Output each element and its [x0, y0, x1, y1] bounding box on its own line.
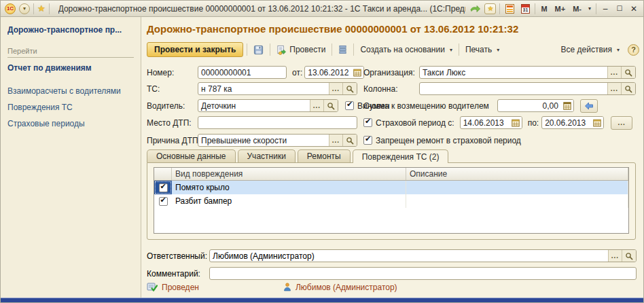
accident-reason-field[interactable]: Превышение скорости ... [198, 134, 357, 147]
create-based-on-button[interactable]: Создать на основании▾ [357, 43, 455, 56]
divider [353, 43, 354, 56]
responsible-field[interactable]: Любимов (Администратор) ... [209, 249, 637, 262]
memory-m-minus-button[interactable]: M- [571, 5, 584, 13]
comment-field[interactable] [209, 267, 637, 280]
favorites-star-icon[interactable]: ★ [37, 3, 46, 14]
movements-report-button[interactable] [336, 43, 350, 56]
accident-reason-label: Причина ДТП: [147, 136, 198, 145]
driver-compensation-field[interactable]: 0,00 [497, 99, 574, 112]
table-empty-area[interactable] [154, 208, 628, 233]
help-button[interactable]: ? [628, 44, 639, 56]
guilty-checkbox[interactable] [345, 101, 354, 110]
description-cell[interactable] [406, 181, 628, 194]
checkbox-column-header[interactable] [154, 168, 172, 180]
print-button[interactable]: Печать▾ [463, 43, 502, 56]
calculator-picker-icon[interactable] [561, 100, 573, 111]
sidebar-item-movements-report[interactable]: Отчет по движениям [7, 63, 134, 73]
open-magnifier-icon[interactable] [342, 83, 357, 94]
memory-m-button[interactable]: M [539, 5, 549, 13]
open-magnifier-icon[interactable] [622, 250, 636, 262]
insurance-to-label: по: [528, 118, 539, 128]
divider [33, 3, 34, 14]
blue-left-arrow-icon [584, 102, 594, 110]
sidebar-document-header[interactable]: Дорожно-транспортное пр... [7, 25, 134, 35]
post-and-close-button[interactable]: Провести и закрыть [147, 42, 243, 57]
choose-button[interactable]: ... [607, 67, 621, 78]
vehicle-field[interactable]: н 787 ка ... [198, 82, 357, 95]
add-favorite-button[interactable]: ★ [484, 3, 496, 14]
tab-vehicle-damages[interactable]: Повреждения ТС (2) [353, 149, 449, 163]
tab-repairs[interactable]: Ремонты [298, 149, 351, 162]
table-row[interactable]: Помято крыло [154, 181, 628, 194]
column-label: Колонна: [363, 84, 419, 94]
insurance-to-field[interactable]: 20.06.2013 [541, 116, 604, 129]
sidebar-item-insurance-periods[interactable]: Страховые периоды [7, 119, 134, 128]
system-menu-button[interactable]: ▾ [19, 3, 30, 14]
calendar-icon[interactable]: 31 [519, 3, 531, 14]
sidebar: Дорожно-транспортное пр... Перейти Отчет… [1, 17, 141, 298]
calendar-picker-icon[interactable] [509, 117, 522, 128]
choose-button[interactable]: ... [310, 100, 323, 111]
comment-label: Комментарий: [147, 269, 209, 279]
repair-ban-checkbox[interactable] [363, 136, 372, 145]
organization-field[interactable]: Такси Люкс ... [419, 66, 636, 79]
toolbar-overflow-icon[interactable]: ▾ [587, 5, 592, 12]
insurance-more-button[interactable]: ... [611, 116, 632, 130]
maximize-button[interactable]: ☐ [614, 5, 625, 12]
damages-tab-panel: Вид повреждения Описание Помято крыло Ра… [147, 162, 636, 240]
divider [7, 57, 134, 58]
main-panel: Дорожно-транспортное происшествие 000000… [141, 17, 643, 298]
sidebar-item-vehicle-damages[interactable]: Повреждения ТС [7, 103, 134, 112]
accident-place-field[interactable] [198, 116, 357, 129]
save-button[interactable] [251, 43, 266, 56]
app-logo-1c-icon: 1С [5, 3, 16, 14]
open-magnifier-icon[interactable] [621, 83, 635, 94]
window-bottom-bar [1, 298, 643, 302]
column-field[interactable]: ... [419, 82, 636, 95]
row-checkbox-cell[interactable] [154, 194, 172, 208]
insurance-period-checkbox[interactable] [363, 118, 372, 127]
calendar-picker-icon[interactable] [591, 117, 603, 128]
tab-main-data[interactable]: Основные данные [147, 149, 236, 162]
sidebar-item-driver-settlements[interactable]: Взаиморасчеты с водителями [7, 86, 134, 96]
fill-back-arrow-button[interactable] [580, 99, 598, 113]
row-checkbox[interactable] [159, 197, 168, 206]
description-column-header[interactable]: Описание [406, 168, 628, 180]
open-magnifier-icon[interactable] [342, 135, 357, 146]
description-cell[interactable] [406, 194, 628, 208]
row-checkbox[interactable] [159, 183, 168, 192]
insurance-period-label: Страховой период с: [376, 118, 454, 128]
responsible-label: Ответственный: [147, 251, 209, 261]
choose-button[interactable]: ... [329, 83, 342, 94]
tab-participants[interactable]: Участники [238, 149, 296, 162]
damage-type-column-header[interactable]: Вид повреждения [172, 168, 406, 180]
all-actions-button[interactable]: Все действия▾ [558, 43, 622, 56]
post-button[interactable]: Провести [274, 43, 328, 56]
number-field[interactable]: 00000000001 [198, 66, 287, 79]
vehicle-label: ТС: [147, 84, 198, 94]
table-row[interactable]: Разбит бампер [154, 194, 628, 208]
driver-field[interactable]: Деточкин ... [198, 99, 338, 112]
date-field[interactable]: 13.06.2012 10:21:32 [304, 66, 364, 79]
open-magnifier-icon[interactable] [621, 67, 635, 78]
choose-button[interactable]: ... [607, 83, 621, 94]
calendar-picker-icon[interactable] [351, 67, 363, 78]
damage-type-cell[interactable]: Разбит бампер [172, 194, 406, 208]
open-magnifier-icon[interactable] [323, 100, 338, 111]
choose-button[interactable]: ... [608, 250, 622, 262]
memory-m-plus-button[interactable]: M+ [553, 5, 568, 13]
insurance-from-field[interactable]: 14.06.2013 [460, 116, 522, 129]
tab-bar: Основные данные Участники Ремонты Повреж… [147, 149, 448, 163]
accident-place-label: Место ДТП: [147, 118, 198, 128]
calculator-icon[interactable] [503, 3, 516, 14]
number-label: Номер: [147, 68, 198, 77]
date-label: от: [292, 68, 302, 77]
nav-history-icon[interactable] [469, 3, 481, 14]
close-button[interactable]: ✕ [628, 4, 639, 14]
damages-table: Вид повреждения Описание Помято крыло Ра… [154, 167, 629, 234]
choose-button[interactable]: ... [329, 135, 342, 146]
row-checkbox-cell[interactable] [154, 181, 172, 194]
minimize-button[interactable]: – [600, 4, 611, 14]
current-user-name: Любимов (Администратор) [296, 283, 397, 292]
damage-type-cell[interactable]: Помято крыло [172, 181, 406, 194]
